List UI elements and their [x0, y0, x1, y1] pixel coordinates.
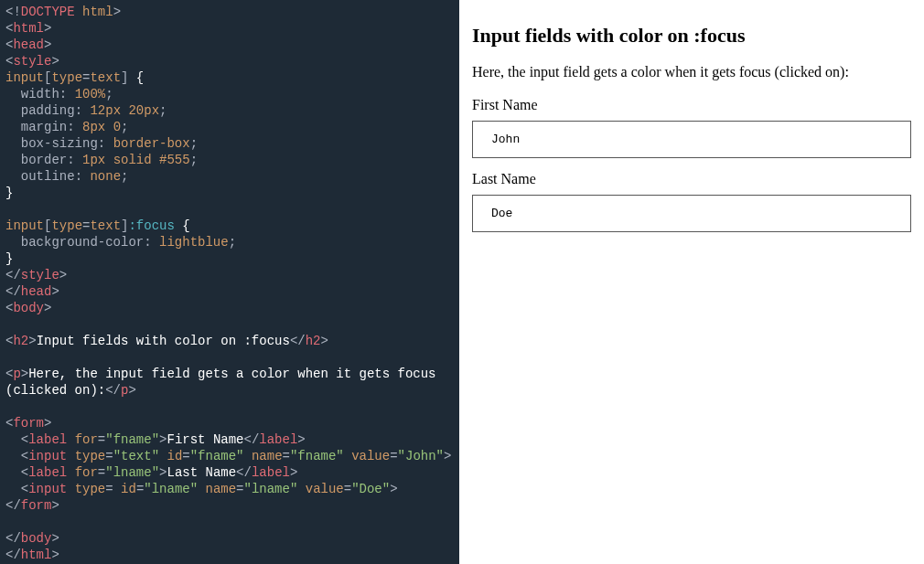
code-token: > [290, 465, 297, 480]
code-token: input [5, 218, 44, 233]
code-token [67, 482, 74, 496]
code-token: type [51, 70, 82, 85]
code-token: body [13, 301, 44, 315]
code-token: = [390, 449, 397, 463]
code-token: type [51, 218, 82, 233]
code-token: : [67, 153, 82, 167]
code-token: name [252, 449, 283, 463]
code-token: "lname" [144, 482, 198, 496]
code-token: </ [5, 284, 21, 299]
code-token: : [67, 120, 82, 134]
code-token [344, 449, 351, 463]
code-token: : [75, 169, 91, 184]
code-token: Last Name [167, 465, 236, 480]
code-token: input [28, 482, 67, 496]
code-token: > [51, 284, 59, 299]
code-token: < [5, 482, 28, 496]
code-token: = [344, 482, 351, 496]
code-token: > [28, 334, 36, 348]
code-token: : [98, 136, 113, 151]
code-token: : [144, 235, 159, 250]
code-token: none [90, 169, 121, 184]
code-token: ; [121, 120, 128, 134]
code-token: "fname" [190, 449, 244, 463]
code-token: <! [5, 5, 21, 19]
code-token: input [5, 70, 44, 85]
code-token: > [44, 416, 51, 431]
code-token: name [206, 482, 237, 496]
code-token: = [182, 449, 189, 463]
code-token: (clicked on): [5, 383, 105, 398]
code-token: > [51, 531, 59, 546]
code-token: DOCTYPE [21, 5, 75, 19]
code-token: ; [121, 169, 128, 184]
code-token: style [21, 268, 59, 282]
code-token: : [59, 87, 75, 101]
code-token: { [128, 70, 144, 85]
first-name-label: First Name [472, 97, 911, 113]
code-token: style [13, 54, 51, 69]
code-token: } [5, 251, 13, 266]
code-token: = [98, 465, 105, 480]
first-name-input[interactable] [472, 121, 911, 158]
code-token: type [75, 482, 106, 496]
code-token: </ [5, 548, 21, 562]
code-token [67, 465, 74, 480]
code-token: "fname" [105, 432, 159, 447]
code-token: > [59, 268, 67, 282]
code-editor-pane[interactable]: <!DOCTYPE html> <html> <head> <style> in… [0, 0, 459, 564]
code-token: </ [244, 432, 260, 447]
code-token: label [28, 465, 67, 480]
preview-heading: Input fields with color on :focus [472, 24, 911, 48]
code-token: value [306, 482, 344, 496]
code-token: margin [5, 120, 67, 134]
code-token: h2 [13, 334, 28, 348]
code-token: label [28, 432, 67, 447]
code-token: "lname" [244, 482, 298, 496]
code-token: > [51, 54, 59, 69]
code-token: > [21, 367, 28, 381]
code-token: > [113, 5, 121, 19]
code-token: > [390, 482, 397, 496]
code-token: box-sizing [5, 136, 98, 151]
last-name-input[interactable] [472, 195, 911, 232]
code-token: id [167, 449, 182, 463]
code-token: > [44, 301, 51, 315]
code-token: < [5, 432, 28, 447]
code-token: html [21, 548, 52, 562]
code-token: body [21, 531, 52, 546]
code-token: ; [190, 153, 198, 167]
code-token: "John" [398, 449, 444, 463]
code-token [297, 482, 305, 496]
code-token: for [75, 432, 98, 447]
code-token: 1px solid #555 [82, 153, 190, 167]
code-token: > [51, 548, 59, 562]
code-token: head [21, 284, 52, 299]
code-token: "text" [113, 449, 159, 463]
code-token: border [5, 153, 67, 167]
code-token [198, 482, 205, 496]
preview-form: First Name Last Name [472, 97, 911, 245]
code-token: id [121, 482, 136, 496]
code-token: p [13, 367, 20, 381]
code-token: label [252, 465, 290, 480]
code-token: = [283, 449, 290, 463]
code-token: h2 [306, 334, 321, 348]
preview-paragraph: Here, the input field gets a color when … [472, 64, 911, 80]
code-token: for [75, 465, 98, 480]
code-token: html [13, 21, 44, 36]
code-token: = [105, 482, 113, 496]
code-token: border-box [113, 136, 190, 151]
code-token: > [128, 383, 135, 398]
code-token: ; [105, 87, 113, 101]
code-token: text [90, 70, 121, 85]
code-token: > [444, 449, 451, 463]
code-token: > [51, 498, 59, 513]
code-token: width [5, 87, 59, 101]
code-token: lightblue [159, 235, 229, 250]
code-token: </ [290, 334, 306, 348]
code-token: form [13, 416, 44, 431]
code-token: text [90, 218, 121, 233]
code-token: background-color [5, 235, 144, 250]
code-token: head [13, 37, 44, 52]
